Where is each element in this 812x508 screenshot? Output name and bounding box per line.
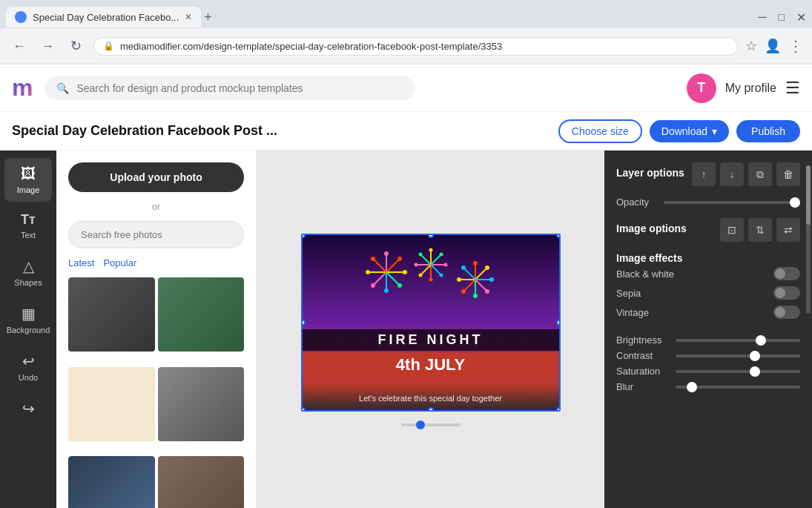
resize-handle-top-right[interactable] — [556, 234, 561, 238]
resize-handle-top-left[interactable] — [301, 234, 306, 238]
svg-point-13 — [371, 283, 375, 288]
svg-line-21 — [420, 265, 431, 275]
effect-bw-toggle[interactable] — [773, 267, 800, 280]
resize-handle-middle-left[interactable] — [301, 320, 306, 326]
sidebar-item-image[interactable]: 🖼 Image — [4, 158, 52, 202]
tab-latest[interactable]: Latest — [68, 257, 94, 268]
avatar[interactable]: T — [687, 73, 716, 103]
layer-move-down-button[interactable]: ↓ — [720, 162, 744, 186]
photo-tabs: Latest Popular — [68, 257, 244, 268]
zoom-track[interactable] — [401, 423, 461, 426]
list-item[interactable] — [158, 456, 245, 508]
svg-line-23 — [420, 254, 431, 265]
layer-move-up-button[interactable]: ↑ — [692, 162, 716, 186]
resize-handle-bottom-middle[interactable] — [428, 407, 434, 412]
brightness-slider[interactable] — [676, 339, 800, 342]
chevron-down-icon: ▾ — [712, 125, 717, 137]
brightness-label: Brightness — [616, 334, 668, 346]
tab-close-icon[interactable]: ✕ — [185, 12, 192, 22]
close-icon[interactable]: ✕ — [796, 10, 806, 24]
contrast-label: Contrast — [616, 350, 668, 361]
profile-label[interactable]: My profile — [725, 82, 776, 95]
page-title-bar: Special Day Celebration Facebook Post ..… — [0, 112, 812, 151]
sidebar-item-shapes[interactable]: △ Shapes — [4, 250, 52, 294]
blur-label: Blur — [616, 381, 668, 392]
search-icon: 🔍 — [56, 82, 69, 94]
layer-duplicate-button[interactable]: ⧉ — [748, 162, 772, 186]
upload-photo-button[interactable]: Upload your photo — [68, 162, 244, 192]
flip-horizontal-button[interactable]: ⇄ — [776, 218, 800, 242]
sidebar-image-label: Image — [17, 185, 40, 194]
image-option-buttons: ⊡ ⇅ ⇄ — [720, 218, 800, 242]
browser-tab[interactable]: Special Day Celebration Facebo... ✕ — [6, 7, 201, 27]
forward-button[interactable]: → — [37, 36, 58, 56]
saturation-slider[interactable] — [676, 370, 800, 373]
sidebar-item-redo[interactable]: ↪ — [4, 392, 52, 428]
search-bar[interactable]: 🔍 — [44, 76, 415, 100]
opacity-slider[interactable] — [664, 201, 800, 204]
bookmark-icon[interactable]: ☆ — [745, 38, 757, 54]
layer-buttons: ↑ ↓ ⧉ 🗑 — [692, 162, 800, 186]
publish-button[interactable]: Publish — [736, 120, 800, 142]
svg-line-35 — [475, 280, 487, 291]
svg-point-12 — [384, 288, 389, 293]
crop-button[interactable]: ⊡ — [720, 218, 744, 242]
effect-sepia-label: Sepia — [616, 288, 641, 299]
scrollbar-thumb[interactable] — [806, 165, 811, 225]
svg-point-45 — [461, 289, 466, 294]
list-item[interactable] — [158, 367, 245, 454]
effect-sepia-toggle[interactable] — [773, 286, 800, 300]
subtitle-text: Let's celebrate this special day togethe… — [303, 394, 559, 403]
effect-bw-label: Black & white — [616, 268, 674, 280]
svg-line-3 — [386, 272, 400, 286]
menu-icon[interactable]: ⋮ — [788, 37, 803, 55]
scrollbar-track[interactable] — [806, 165, 811, 314]
search-input[interactable] — [76, 82, 403, 94]
title-actions: Choose size Download ▾ Publish — [558, 119, 800, 143]
account-icon[interactable]: 👤 — [765, 38, 781, 54]
list-item[interactable] — [68, 456, 155, 508]
list-item[interactable] — [68, 367, 155, 454]
svg-point-42 — [489, 277, 494, 282]
download-button[interactable]: Download ▾ — [650, 120, 729, 142]
sidebar-item-background[interactable]: ▦ Background — [4, 297, 52, 342]
text-icon: Tт — [21, 212, 36, 228]
canvas-image[interactable]: FIRE NIGHT 4th JULY Let's celebrate this… — [301, 234, 561, 412]
resize-handle-bottom-left[interactable] — [301, 407, 306, 412]
resize-handle-top-middle[interactable] — [428, 234, 434, 238]
image-effects-section: Image effects Black & white Sepia Vintag… — [616, 252, 800, 322]
svg-line-1 — [386, 259, 400, 272]
sidebar-item-undo[interactable]: ↩ Undo — [4, 345, 52, 389]
brightness-row: Brightness — [616, 332, 800, 348]
flip-vertical-button[interactable]: ⇅ — [748, 218, 772, 242]
list-item[interactable] — [68, 277, 155, 364]
blur-slider[interactable] — [676, 386, 800, 389]
svg-point-30 — [414, 263, 417, 266]
new-tab-button[interactable]: + — [204, 10, 212, 25]
minimize-icon[interactable]: ─ — [758, 10, 766, 24]
svg-line-5 — [373, 272, 386, 286]
back-button[interactable]: ← — [9, 36, 30, 56]
svg-point-29 — [418, 273, 422, 277]
sidebar-text-label: Text — [21, 231, 36, 240]
svg-point-47 — [461, 265, 466, 270]
hamburger-menu-icon[interactable]: ☰ — [785, 79, 800, 98]
logo[interactable]: m — [12, 74, 33, 102]
tab-popular[interactable]: Popular — [103, 257, 136, 268]
right-panel: Layer options ↑ ↓ ⧉ 🗑 Opacity Image opti… — [604, 151, 812, 508]
resize-handle-bottom-right[interactable] — [556, 407, 561, 412]
svg-point-14 — [366, 270, 370, 274]
contrast-slider[interactable] — [676, 354, 800, 357]
maximize-icon[interactable]: □ — [779, 11, 785, 23]
list-item[interactable] — [158, 277, 245, 364]
layer-delete-button[interactable]: 🗑 — [776, 162, 800, 186]
svg-point-24 — [429, 248, 432, 251]
effect-vintage-toggle[interactable] — [773, 306, 800, 319]
refresh-button[interactable]: ↻ — [65, 36, 86, 56]
search-photos-input[interactable] — [68, 221, 244, 248]
app-header: m 🔍 T My profile ☰ — [0, 65, 812, 112]
choose-size-button[interactable]: Choose size — [558, 119, 642, 143]
resize-handle-middle-right[interactable] — [556, 320, 561, 326]
opacity-label: Opacity — [616, 197, 649, 208]
sidebar-item-text[interactable]: Tт Text — [4, 205, 52, 247]
